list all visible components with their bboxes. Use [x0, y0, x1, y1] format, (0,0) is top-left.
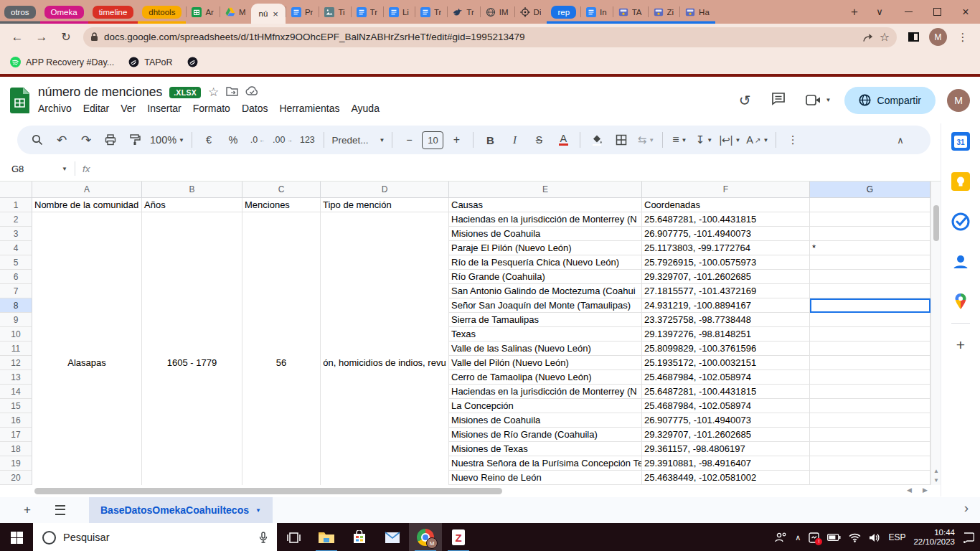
cell-F17[interactable]: 29.329707, -101.2602685 [642, 428, 810, 442]
bold-button[interactable]: B [479, 130, 501, 150]
cell-G6[interactable] [810, 270, 930, 284]
cell-G10[interactable] [810, 327, 930, 342]
merged-cell-D[interactable]: ón, homicidios de indios, revu [321, 212, 449, 485]
cell-E15[interactable]: La Concepción [449, 399, 642, 413]
decrease-decimals-button[interactable]: .0← [246, 130, 269, 150]
col-header-F[interactable]: F [642, 182, 810, 198]
cell-F20[interactable]: 25.4638449, -102.0581002 [642, 471, 810, 485]
italic-button[interactable]: I [503, 130, 526, 150]
browser-tab-4[interactable]: Ar [186, 0, 220, 24]
new-tab-button[interactable]: + [844, 0, 865, 24]
cell-F9[interactable]: 23.3725758, -98.7738448 [642, 313, 810, 327]
keep-icon[interactable] [951, 172, 970, 191]
cell-F4[interactable]: 25.1173803, -99.1772764 [642, 241, 810, 255]
row-header-12[interactable]: 12 [0, 356, 32, 370]
row-header-17[interactable]: 17 [0, 428, 32, 442]
row-header-7[interactable]: 7 [0, 284, 32, 298]
scroll-down-icon[interactable]: ▼ [931, 476, 941, 485]
cell-D1[interactable]: Tipo de mención [321, 198, 449, 212]
menu-editar[interactable]: Editar [77, 101, 116, 116]
all-sheets-icon[interactable] [52, 505, 69, 515]
cell-F6[interactable]: 29.329707, -101.2602685 [642, 270, 810, 284]
row-header-10[interactable]: 10 [0, 327, 32, 342]
cell-E17[interactable]: Misiones de Río Grande (Coahuila) [449, 428, 642, 442]
font-select[interactable]: Predet...▼ [329, 130, 387, 150]
close-button[interactable]: × [951, 0, 980, 24]
calendar-icon[interactable]: 31 [951, 132, 970, 151]
cell-G16[interactable] [810, 413, 930, 428]
number-format-button[interactable]: 123 [296, 130, 319, 150]
browser-tab-13[interactable]: IM [480, 0, 514, 24]
cell-G4[interactable]: * [810, 241, 930, 255]
text-wrap-button[interactable]: |↩|▼ [717, 130, 743, 150]
col-header-A[interactable]: A [32, 182, 142, 198]
cell-E16[interactable]: Misiones de Coahuila [449, 413, 642, 428]
cell-F7[interactable]: 27.1815577, -101.4372169 [642, 284, 810, 298]
show-side-panel-icon[interactable]: › [964, 500, 969, 516]
col-header-E[interactable]: E [449, 182, 642, 198]
grid-canvas[interactable]: A B C D E F G 1 Nombre de la comunidad A… [0, 182, 941, 485]
store-icon[interactable] [343, 523, 376, 551]
row-header-19[interactable]: 19 [0, 456, 32, 471]
zotero-icon[interactable]: Z [442, 523, 475, 551]
row-header-14[interactable]: 14 [0, 385, 32, 399]
forward-icon[interactable]: → [30, 27, 53, 48]
browser-tab-17[interactable]: TA [613, 0, 648, 24]
add-addon-icon[interactable]: + [956, 336, 965, 354]
cell-F1[interactable]: Coordenadas [642, 198, 810, 212]
browser-tab-16[interactable]: In [580, 0, 613, 24]
select-all-corner[interactable] [0, 182, 32, 198]
wifi-icon[interactable] [849, 533, 861, 542]
merged-cell-A[interactable]: Alasapas [32, 212, 142, 485]
mail-icon[interactable] [376, 523, 409, 551]
row-header-4[interactable]: 4 [0, 241, 32, 255]
chrome-icon[interactable]: M [409, 523, 442, 551]
cell-F14[interactable]: 25.6487281, -100.4431815 [642, 385, 810, 399]
col-header-G[interactable]: G [810, 182, 930, 198]
share-button[interactable]: Compartir [844, 87, 936, 114]
borders-button[interactable] [610, 130, 633, 150]
cell-F13[interactable]: 25.4687984, -102.058974 [642, 370, 810, 385]
volume-icon[interactable] [869, 533, 880, 542]
side-panel-icon[interactable] [908, 32, 919, 42]
bookmark-item[interactable]: TAPoR [128, 57, 172, 67]
browser-tab-12[interactable]: Tr [447, 0, 479, 24]
menu-ayuda[interactable]: Ayuda [345, 101, 385, 116]
contacts-icon[interactable] [951, 253, 970, 271]
row-header-8[interactable]: 8 [0, 298, 32, 313]
add-sheet-button[interactable]: + [19, 503, 36, 517]
name-box[interactable]: G8▼ [0, 164, 67, 174]
text-color-button[interactable]: A [552, 130, 575, 150]
taskbar-search-input[interactable]: Pesquisar [33, 523, 277, 551]
menu-formato[interactable]: Formato [187, 101, 236, 116]
text-rotation-button[interactable]: A↗▼ [744, 130, 771, 150]
sheets-avatar[interactable]: M [947, 89, 970, 112]
tab-group-chip-Omeka[interactable]: Omeka [44, 6, 84, 19]
cloud-status-icon[interactable] [245, 86, 259, 98]
cell-F12[interactable]: 25.1935172, -100.0032151 [642, 356, 810, 370]
browser-tab-6[interactable]: nú× [251, 4, 285, 24]
browser-tab-19[interactable]: Ha [679, 0, 715, 24]
bookmark-item[interactable] [187, 57, 198, 67]
minimize-button[interactable] [894, 0, 923, 24]
row-header-18[interactable]: 18 [0, 442, 32, 456]
currency-format-button[interactable]: € [197, 130, 220, 150]
tab-group-chip-otros[interactable]: otros [4, 6, 36, 19]
task-view-icon[interactable] [277, 523, 310, 551]
cell-G11[interactable] [810, 342, 930, 356]
sheet-tab-active[interactable]: BaseDatosOmekaCoahuiltecos ▼ [89, 497, 273, 523]
menu-ver[interactable]: Ver [115, 101, 141, 116]
tab-group-chip-dhtools[interactable]: dhtools [142, 6, 182, 19]
cell-G19[interactable] [810, 456, 930, 471]
tab-search-icon[interactable]: ∨ [865, 0, 894, 24]
browser-tab-5[interactable]: M [220, 0, 252, 24]
vertical-align-button[interactable]: ↧▼ [692, 130, 715, 150]
merged-cell-C[interactable]: 56 [242, 212, 321, 485]
zoom-select[interactable]: 100%▼ [148, 130, 187, 150]
restore-button[interactable] [923, 0, 951, 24]
menu-insertar[interactable]: Insertar [141, 101, 187, 116]
menu-herramientas[interactable]: Herramientas [273, 101, 345, 116]
increase-font-button[interactable]: + [445, 130, 468, 150]
cell-E9[interactable]: Sierra de Tamaulipas [449, 313, 642, 327]
browser-tab-10[interactable]: Li [383, 0, 415, 24]
